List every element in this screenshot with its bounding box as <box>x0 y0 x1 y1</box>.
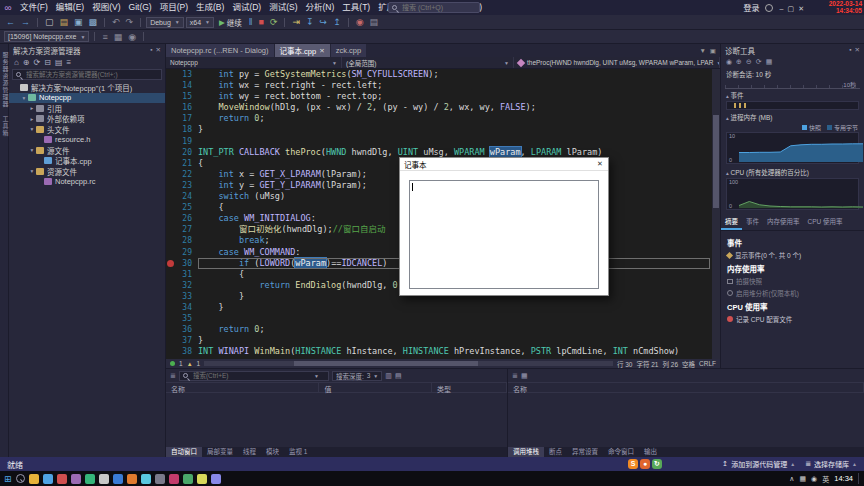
callstack-tab-1[interactable]: 断点 <box>544 447 567 457</box>
diag-settings-icon[interactable]: ▦ <box>766 58 773 66</box>
tray-network-icon[interactable]: ▦ <box>799 475 806 483</box>
code-line-19[interactable]: 19 <box>166 136 712 147</box>
breakpoint-margin[interactable] <box>166 269 176 280</box>
tree-chevron-icon[interactable]: ▾ <box>28 168 36 174</box>
breakpoint-margin[interactable] <box>166 113 176 124</box>
cpu-section-header[interactable]: ▴ CPU (所有处理器的百分比) <box>721 166 864 178</box>
app-icon-11[interactable] <box>169 474 179 484</box>
call-stack-body[interactable] <box>508 393 864 447</box>
callstack-tab-3[interactable]: 命令窗口 <box>603 447 639 457</box>
open-file-icon[interactable]: ▤ <box>58 15 71 29</box>
preview-icon[interactable]: ≡ <box>67 58 72 67</box>
tree-item-1[interactable]: ▾Notepcpp <box>9 93 165 104</box>
memory-section-header[interactable]: ▴ 进程内存 (MB) <box>721 111 864 123</box>
float-icon[interactable]: ▣ <box>710 47 716 55</box>
frames-icon[interactable]: ≣ <box>512 372 518 380</box>
tray-chevron-icon[interactable]: ∧ <box>789 475 794 483</box>
app-icon-13[interactable] <box>197 474 207 484</box>
close-button[interactable]: ✕ <box>796 5 806 12</box>
column-header-0[interactable]: 名称 <box>166 383 319 392</box>
menu-item-0[interactable]: 文件(F) <box>16 0 52 15</box>
app-icon-10[interactable] <box>155 474 165 484</box>
code-line-36[interactable]: 36 return 0; <box>166 324 712 335</box>
code-line-35[interactable]: 35 <box>166 313 712 324</box>
autos-tab-3[interactable]: 模块 <box>261 447 284 457</box>
tree-item-4[interactable]: ▾头文件 <box>9 124 165 135</box>
menu-item-9[interactable]: 工具(T) <box>338 0 374 15</box>
project-dropdown[interactable]: Notepcpp▼ <box>166 57 342 68</box>
menu-item-3[interactable]: Git(G) <box>125 0 156 15</box>
breakpoint-margin[interactable] <box>166 136 176 147</box>
zoom-out-icon[interactable]: ⊖ <box>746 58 752 66</box>
new-file-icon[interactable]: ▢ <box>43 15 56 29</box>
tree-item-0[interactable]: 解决方案"Notepcpp"(1 个项目) <box>9 82 165 93</box>
list-icon[interactable]: ≣ <box>170 372 176 380</box>
home-icon[interactable]: ⌂ <box>14 58 19 67</box>
member-dropdown[interactable]: theProc(HWND hwndDlg, UINT uMsg, WPARAM … <box>514 57 720 68</box>
stack-frame-icon[interactable]: ▦ <box>112 30 125 44</box>
memory-view-icon[interactable]: ◉ <box>126 30 138 44</box>
tree-item-7[interactable]: 记事本.cpp <box>9 156 165 167</box>
save-icon[interactable]: ▣ <box>72 15 85 29</box>
menu-item-1[interactable]: 编辑(E) <box>52 0 88 15</box>
collapse-all-icon[interactable]: ⊟ <box>44 58 51 67</box>
pin-icon[interactable]: ▪ <box>849 46 851 54</box>
visual-studio-icon[interactable] <box>71 474 81 484</box>
breakpoint-margin[interactable] <box>166 324 176 335</box>
save-all-icon[interactable]: ▩ <box>87 15 100 29</box>
grid-icon[interactable]: ▥ <box>385 372 392 380</box>
show-next-statement-icon[interactable]: ⇥ <box>290 15 302 29</box>
code-line-37[interactable]: 37} <box>166 335 712 346</box>
callstack-tab-2[interactable]: 异常设置 <box>567 447 603 457</box>
breakpoint-margin[interactable] <box>166 191 176 202</box>
step-into-icon[interactable]: ↧ <box>304 15 316 29</box>
layers-icon[interactable]: ▤ <box>395 372 402 380</box>
timeline-ruler[interactable]: 10秒 <box>725 80 860 89</box>
menu-item-5[interactable]: 生成(B) <box>192 0 228 15</box>
breakpoint-margin[interactable] <box>166 102 176 113</box>
tree-chevron-icon[interactable]: ▾ <box>20 95 28 101</box>
editor-horizontal-scrollbar[interactable] <box>204 361 613 366</box>
ime-language-indicator[interactable]: 英 <box>822 474 829 484</box>
breakpoint-margin[interactable] <box>166 302 176 313</box>
app-icon-9[interactable] <box>141 474 151 484</box>
configuration-dropdown[interactable]: Debug▼ <box>146 17 184 28</box>
continue-button[interactable]: ▶继续 <box>216 17 245 28</box>
stop-debug-icon[interactable]: ■ <box>257 15 266 29</box>
autos-body[interactable] <box>166 393 507 447</box>
breakpoint-margin[interactable] <box>166 202 176 213</box>
screenshot-tool-icon[interactable]: S <box>628 459 638 469</box>
nav-back-icon[interactable]: ← <box>4 15 17 29</box>
zoom-in-icon[interactable]: ⊕ <box>736 58 742 66</box>
autos-search[interactable]: ▼ <box>179 371 329 381</box>
code-line-14[interactable]: 14 int wx = rect.right - rect.left; <box>166 80 712 91</box>
app-icon-14[interactable] <box>211 474 221 484</box>
tree-item-6[interactable]: ▾源文件 <box>9 145 165 156</box>
misc-tool-icon[interactable]: ▤ <box>368 15 381 29</box>
solution-search-input[interactable] <box>24 70 154 79</box>
app-icon-5[interactable] <box>85 474 95 484</box>
record-icon[interactable]: ◉ <box>354 15 366 29</box>
app-icon-7[interactable] <box>113 474 123 484</box>
app-icon-6[interactable] <box>99 474 109 484</box>
record-session-icon[interactable]: ◉ <box>726 58 732 66</box>
add-to-source-control[interactable]: ↥ 添加到源代码管理▲ <box>722 459 795 469</box>
column-header-2[interactable]: 类型 <box>432 383 507 392</box>
app-icon-8[interactable] <box>127 474 137 484</box>
document-tab-2[interactable]: zck.cpp <box>331 44 366 57</box>
clock[interactable]: 14:34 <box>834 474 853 483</box>
code-line-38[interactable]: 38INT WINAPI WinMain(HINSTANCE hInstance… <box>166 346 712 357</box>
nav-forward-icon[interactable]: → <box>19 15 32 29</box>
menu-item-2[interactable]: 视图(V) <box>88 0 124 15</box>
tray-volume-icon[interactable]: ◉ <box>811 475 817 483</box>
menu-item-6[interactable]: 调试(D) <box>228 0 265 15</box>
take-snapshot-button[interactable]: 拍摄快照 <box>727 276 858 286</box>
tab-list-icon[interactable]: ▼ <box>699 47 705 54</box>
step-over-icon[interactable]: ↪ <box>318 15 330 29</box>
code-line-34[interactable]: 34 } <box>166 302 712 313</box>
platform-dropdown[interactable]: x64▼ <box>186 17 214 28</box>
maximize-button[interactable]: ▢ <box>786 5 797 12</box>
breakpoint-margin[interactable] <box>166 147 176 158</box>
break-all-icon[interactable]: ‖ <box>247 15 255 29</box>
tree-item-2[interactable]: ▸引用 <box>9 103 165 114</box>
